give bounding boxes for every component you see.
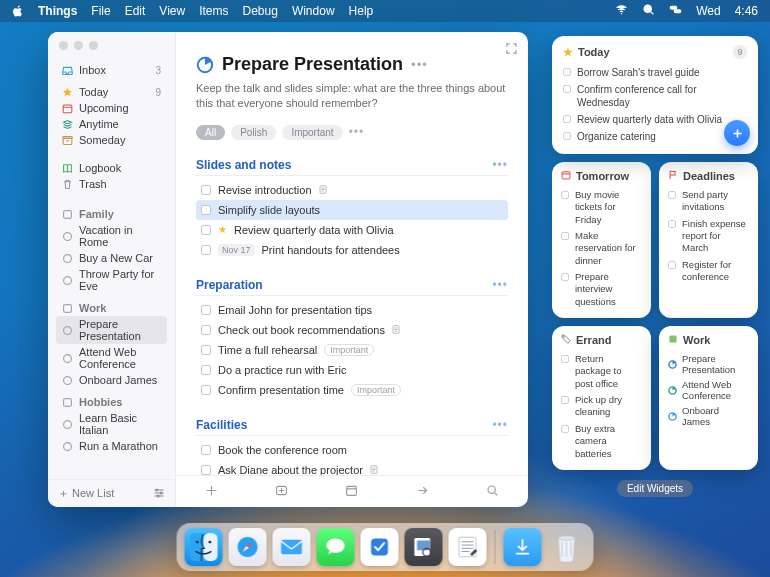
wifi-icon[interactable] xyxy=(615,3,628,19)
todo-item[interactable]: Email John for presentation tips xyxy=(196,300,508,320)
todo-checkbox[interactable] xyxy=(668,220,676,228)
widget-deadlines[interactable]: Deadlines Send party invitationsFinish e… xyxy=(659,162,758,318)
dock-downloads[interactable] xyxy=(504,528,542,566)
todo-checkbox[interactable] xyxy=(561,273,569,281)
todo-item[interactable]: Simplify slide layouts xyxy=(196,200,508,220)
dock-finder[interactable] xyxy=(185,528,223,566)
sidebar-item-throw-party-for-eve[interactable]: Throw Party for Eve xyxy=(56,266,167,294)
dock-things[interactable] xyxy=(361,528,399,566)
widget-item[interactable]: Register for conference xyxy=(668,257,749,286)
new-heading-button[interactable] xyxy=(275,483,288,501)
todo-checkbox[interactable] xyxy=(561,355,569,363)
todo-checkbox[interactable] xyxy=(668,261,676,269)
window-traffic-lights[interactable] xyxy=(59,41,98,50)
project-notes[interactable]: Keep the talk and slides simple: what ar… xyxy=(196,81,508,111)
filter-polish[interactable]: Polish xyxy=(231,125,276,140)
widget-project[interactable]: Prepare Presentation xyxy=(668,351,749,377)
menu-time[interactable]: 4:46 xyxy=(735,4,758,18)
widget-item[interactable]: Buy extra camera batteries xyxy=(561,421,642,462)
todo-checkbox[interactable] xyxy=(201,445,211,455)
sidebar-item-family[interactable]: Family xyxy=(56,206,167,222)
todo-checkbox[interactable] xyxy=(201,305,211,315)
move-button[interactable] xyxy=(416,483,429,501)
todo-checkbox[interactable] xyxy=(201,345,211,355)
widget-project[interactable]: Onboard James xyxy=(668,403,749,429)
sidebar-today[interactable]: Today 9 xyxy=(56,84,167,100)
widget-item[interactable]: Buy movie tickets for Friday xyxy=(561,187,642,228)
widget-item[interactable]: Pick up dry cleaning xyxy=(561,392,642,421)
sidebar-item-learn-basic-italian[interactable]: Learn Basic Italian xyxy=(56,410,167,438)
dock-safari[interactable] xyxy=(229,528,267,566)
project-title[interactable]: Prepare Presentation xyxy=(222,54,403,75)
heading-menu-icon[interactable]: ••• xyxy=(492,158,508,172)
todo-checkbox[interactable] xyxy=(561,396,569,404)
todo-item[interactable]: Ask Diane about the projector xyxy=(196,460,508,475)
sidebar-item-run-a-marathon[interactable]: Run a Marathon xyxy=(56,438,167,454)
widget-tomorrow[interactable]: Tomorrow Buy movie tickets for FridayMak… xyxy=(552,162,651,318)
widget-item[interactable]: Borrow Sarah's travel guide xyxy=(563,64,747,81)
todo-checkbox[interactable] xyxy=(201,365,211,375)
new-todo-button[interactable] xyxy=(205,483,218,501)
project-menu-icon[interactable]: ••• xyxy=(411,57,428,72)
sidebar-someday[interactable]: Someday xyxy=(56,132,167,148)
edit-widgets-button[interactable]: Edit Widgets xyxy=(617,480,693,497)
sidebar-trash[interactable]: Trash xyxy=(56,176,167,192)
fullscreen-icon[interactable] xyxy=(506,40,517,58)
sidebar-item-prepare-presentation[interactable]: Prepare Presentation xyxy=(56,316,167,344)
todo-checkbox[interactable] xyxy=(561,191,569,199)
apple-menu[interactable] xyxy=(12,5,24,17)
widget-item[interactable]: Confirm conference call for Wednesday xyxy=(563,81,747,111)
widget-item[interactable]: Organize catering xyxy=(563,128,747,145)
sidebar-anytime[interactable]: Anytime xyxy=(56,116,167,132)
widget-item[interactable]: Finish expense report for March xyxy=(668,216,749,257)
filter-important[interactable]: Important xyxy=(282,125,342,140)
todo-item[interactable]: Time a full rehearsal Important xyxy=(196,340,508,360)
menu-help[interactable]: Help xyxy=(349,4,374,18)
filter-all[interactable]: All xyxy=(196,125,225,140)
sidebar-logbook[interactable]: Logbook xyxy=(56,160,167,176)
todo-item[interactable]: ★ Review quarterly data with Olivia xyxy=(196,220,508,240)
todo-checkbox[interactable] xyxy=(563,68,571,76)
menu-window[interactable]: Window xyxy=(292,4,335,18)
widget-item[interactable]: Prepare interview questions xyxy=(561,269,642,310)
menu-view[interactable]: View xyxy=(159,4,185,18)
widget-item[interactable]: Make reservation for dinner xyxy=(561,228,642,269)
todo-item[interactable]: Do a practice run with Eric xyxy=(196,360,508,380)
todo-item[interactable]: Revise introduction xyxy=(196,180,508,200)
sidebar-upcoming[interactable]: Upcoming xyxy=(56,100,167,116)
sidebar-item-attend-web-conference[interactable]: Attend Web Conference xyxy=(56,344,167,372)
todo-item[interactable]: Book the conference room xyxy=(196,440,508,460)
heading-title[interactable]: Slides and notes xyxy=(196,158,291,172)
settings-icon[interactable] xyxy=(153,487,165,501)
todo-checkbox[interactable] xyxy=(563,115,571,123)
widget-project[interactable]: Attend Web Conference xyxy=(668,377,749,403)
dock-mail[interactable] xyxy=(273,528,311,566)
when-button[interactable] xyxy=(345,483,358,501)
menu-debug[interactable]: Debug xyxy=(243,4,278,18)
todo-checkbox[interactable] xyxy=(201,465,211,475)
todo-checkbox[interactable] xyxy=(201,325,211,335)
sidebar-item-hobbies[interactable]: Hobbies xyxy=(56,394,167,410)
todo-checkbox[interactable] xyxy=(668,191,676,199)
sidebar-item-vacation-in-rome[interactable]: Vacation in Rome xyxy=(56,222,167,250)
dock-preview[interactable] xyxy=(405,528,443,566)
sidebar-inbox[interactable]: Inbox 3 xyxy=(56,62,167,78)
todo-checkbox[interactable] xyxy=(561,425,569,433)
todo-item[interactable]: Nov 17 Print handouts for attendees xyxy=(196,240,508,260)
heading-title[interactable]: Facilities xyxy=(196,418,247,432)
todo-checkbox[interactable] xyxy=(561,232,569,240)
widget-work[interactable]: Work Prepare PresentationAttend Web Conf… xyxy=(659,326,758,470)
todo-item[interactable]: Check out book recommendations xyxy=(196,320,508,340)
menu-app-name[interactable]: Things xyxy=(38,4,77,18)
widget-today[interactable]: ★Today9 Borrow Sarah's travel guideConfi… xyxy=(552,36,758,154)
heading-menu-icon[interactable]: ••• xyxy=(492,418,508,432)
search-button[interactable] xyxy=(486,483,499,501)
widget-item[interactable]: Review quarterly data with Olivia xyxy=(563,111,747,128)
todo-checkbox[interactable] xyxy=(201,385,211,395)
todo-tag[interactable]: Important xyxy=(324,344,374,356)
todo-checkbox[interactable] xyxy=(201,205,211,215)
filter-more-icon[interactable]: ••• xyxy=(349,125,365,139)
sidebar-item-work[interactable]: Work xyxy=(56,300,167,316)
spotlight-icon[interactable] xyxy=(642,3,655,19)
menu-file[interactable]: File xyxy=(91,4,110,18)
